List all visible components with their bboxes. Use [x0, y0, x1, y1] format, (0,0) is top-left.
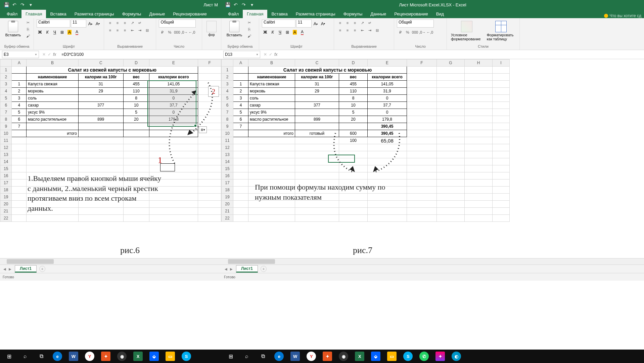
indent-dec-icon[interactable]: ⇤: [359, 27, 366, 34]
conditional-format-button[interactable]: Условное форматирование: [450, 19, 484, 42]
sheet-nav-next-icon[interactable]: ▶: [230, 267, 233, 271]
search-icon[interactable]: ⌕: [239, 350, 255, 363]
dec-dec-icon[interactable]: ←,0: [188, 29, 195, 36]
skype-icon[interactable]: S: [400, 350, 416, 363]
align-right-icon[interactable]: ≡: [352, 27, 358, 34]
indent-dec-icon[interactable]: ⇤: [129, 27, 136, 34]
number-format-select[interactable]: Общий: [159, 19, 196, 28]
add-sheet-icon[interactable]: +: [39, 266, 45, 272]
tab-layout[interactable]: Разметка страницы: [292, 10, 339, 18]
tab-layout[interactable]: Разметка страницы: [71, 10, 118, 18]
percent-icon[interactable]: %: [166, 29, 173, 36]
format-painter-icon[interactable]: 🖌: [25, 33, 31, 39]
tell-me[interactable]: Что вы хотите сд: [604, 13, 644, 18]
app-icon[interactable]: ✦: [98, 350, 113, 363]
title-cell[interactable]: Салат из свежей капусты с морковью: [27, 67, 198, 74]
grow-font-icon[interactable]: A▴: [87, 20, 94, 27]
col-header[interactable]: F: [198, 59, 221, 67]
shrink-font-icon[interactable]: A▾: [320, 20, 326, 27]
add-sheet-icon[interactable]: +: [261, 266, 267, 272]
sheet-tab[interactable]: Лист1: [236, 265, 258, 273]
col-header[interactable]: D: [123, 59, 149, 67]
tab-formulas[interactable]: Формулы: [339, 10, 367, 18]
sheet-nav-prev-icon[interactable]: ◀: [225, 267, 227, 271]
tab-data[interactable]: Данные: [145, 10, 169, 18]
align-mid-icon[interactable]: ≡: [114, 19, 121, 26]
fill-color-button[interactable]: А: [291, 29, 298, 36]
indent-inc-icon[interactable]: ⇥: [136, 27, 143, 34]
font-color-button[interactable]: А: [299, 29, 306, 36]
font-name-select[interactable]: Calibri: [262, 19, 295, 28]
qat-more-icon[interactable]: ▾: [28, 2, 34, 8]
align-left-icon[interactable]: ≡: [107, 27, 113, 34]
copy-icon[interactable]: ⎘: [25, 26, 31, 32]
app-icon[interactable]: ◉: [114, 350, 130, 363]
sheet-nav-prev-icon[interactable]: ◀: [3, 267, 6, 271]
explorer-icon[interactable]: ▭: [384, 350, 400, 363]
start-button[interactable]: ⊞: [1, 350, 17, 363]
undo-icon[interactable]: ↶: [11, 2, 17, 8]
word-icon[interactable]: W: [287, 350, 303, 363]
horizontal-scrollbar[interactable]: [221, 258, 644, 265]
font-name-select[interactable]: Calibri: [37, 19, 70, 28]
align-left-icon[interactable]: ≡: [337, 27, 343, 34]
app-icon[interactable]: ◉: [336, 350, 351, 363]
merge-icon[interactable]: ⊟: [374, 27, 380, 34]
col-header[interactable]: F: [407, 59, 437, 67]
bold-button[interactable]: Ж: [262, 29, 269, 36]
percent-icon[interactable]: %: [404, 29, 411, 36]
redo-icon[interactable]: ↷: [19, 2, 26, 8]
tab-view[interactable]: Вид: [432, 10, 448, 18]
fx-icon[interactable]: fx: [274, 52, 277, 57]
dec-inc-icon[interactable]: ,0→: [181, 29, 188, 36]
align-right-icon[interactable]: ≡: [122, 27, 128, 34]
paste-button[interactable]: Вставить: [224, 19, 245, 38]
col-header[interactable]: C: [78, 59, 123, 67]
col-header[interactable]: A: [233, 59, 248, 67]
fill-handle[interactable]: [194, 124, 197, 127]
comma-icon[interactable]: 000: [412, 29, 418, 36]
fill-color-button[interactable]: А: [66, 29, 73, 36]
align-top-icon[interactable]: ≡: [107, 19, 113, 26]
col-header[interactable]: G: [437, 59, 465, 67]
word-icon[interactable]: W: [66, 350, 81, 363]
yandex-icon[interactable]: Y: [82, 350, 97, 363]
cancel-formula-icon[interactable]: ✕: [42, 52, 46, 57]
tab-formulas[interactable]: Формулы: [118, 10, 145, 18]
format-painter-icon[interactable]: 🖌: [246, 33, 252, 39]
copy-icon[interactable]: ⎘: [246, 26, 252, 32]
dec-dec-icon[interactable]: ←,0: [426, 29, 433, 36]
sheet-nav-next-icon[interactable]: ▶: [9, 267, 11, 271]
cut-icon[interactable]: ✂: [25, 19, 31, 26]
align-mid-icon[interactable]: ≡: [344, 19, 351, 26]
orientation-icon[interactable]: ↗: [129, 19, 136, 26]
edge-icon[interactable]: e: [271, 350, 287, 363]
col-header[interactable]: A: [12, 59, 27, 67]
dropbox-icon[interactable]: ⬙: [368, 350, 383, 363]
indent-inc-icon[interactable]: ⇥: [366, 27, 373, 34]
sheet-tab[interactable]: Лист1: [15, 265, 37, 273]
align-center-icon[interactable]: ≡: [114, 27, 121, 34]
align-bot-icon[interactable]: ≡: [122, 19, 128, 26]
accept-formula-icon[interactable]: ✓: [269, 52, 272, 57]
autofill-options-icon[interactable]: ⊞▾: [199, 126, 207, 133]
shrink-font-icon[interactable]: A▾: [94, 20, 101, 27]
dropbox-icon[interactable]: ⬙: [146, 350, 162, 363]
whatsapp-icon[interactable]: ✆: [416, 350, 432, 363]
fx-icon[interactable]: fx: [53, 52, 56, 57]
save-icon[interactable]: 💾: [3, 2, 9, 8]
cancel-formula-icon[interactable]: ✕: [264, 52, 267, 57]
tab-file[interactable]: Файл: [224, 10, 243, 18]
tab-file[interactable]: Файл: [3, 10, 21, 18]
cut-icon[interactable]: ✂: [246, 19, 252, 26]
align-top-icon[interactable]: ≡: [337, 19, 343, 26]
name-box[interactable]: D13▼: [223, 51, 260, 58]
align-bot-icon[interactable]: ≡: [352, 19, 358, 26]
task-view-icon[interactable]: ⧉: [34, 350, 49, 363]
col-header[interactable]: C: [295, 59, 339, 67]
excel-icon[interactable]: X: [130, 350, 146, 363]
redo-icon[interactable]: ↷: [241, 2, 247, 8]
app-icon[interactable]: ✦: [320, 350, 335, 363]
paste-button[interactable]: Вставить: [3, 19, 24, 38]
font-size-select[interactable]: 11: [296, 19, 312, 28]
